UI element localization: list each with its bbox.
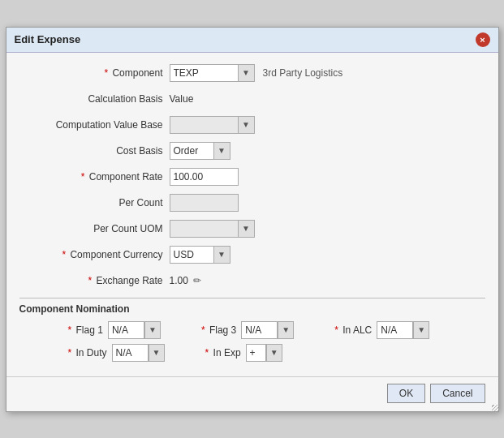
- cost-basis-input[interactable]: [170, 142, 214, 160]
- cancel-button[interactable]: Cancel: [430, 384, 485, 403]
- per-count-input: [170, 194, 239, 212]
- cost-basis-row: Cost Basis ▼: [19, 140, 485, 161]
- component-input[interactable]: [170, 64, 239, 82]
- exchange-rate-row: * Exchange Rate 1.00 ✏: [19, 270, 485, 291]
- flag1-group: * Flag 1 ▼: [68, 321, 161, 339]
- per-count-row: Per Count: [19, 192, 485, 213]
- in-alc-dropdown-btn[interactable]: ▼: [413, 321, 429, 339]
- component-row: * Component ▼ 3rd Party Logistics: [19, 62, 485, 84]
- flag3-dropdown-btn[interactable]: ▼: [278, 321, 294, 339]
- flag1-input[interactable]: [108, 321, 144, 339]
- dialog-body: * Component ▼ 3rd Party Logistics Calcul…: [6, 53, 498, 373]
- edit-expense-dialog: Edit Expense × * Component ▼ 3rd Party L…: [6, 27, 499, 412]
- cost-basis-dropdown-btn[interactable]: ▼: [214, 142, 230, 160]
- per-count-uom-dropdown-btn[interactable]: ▼: [239, 220, 255, 238]
- resize-handle[interactable]: [492, 405, 498, 411]
- computation-value-base-label: Computation Value Base: [19, 119, 170, 131]
- cost-basis-group: ▼: [170, 142, 230, 160]
- dialog-title: Edit Expense: [15, 33, 81, 45]
- flag1-label: * Flag 1: [68, 324, 103, 336]
- required-star: *: [104, 67, 108, 79]
- flags-row-2: * In Duty ▼ * In Exp ▼: [19, 344, 485, 362]
- close-button[interactable]: ×: [476, 32, 490, 47]
- cost-basis-label: Cost Basis: [19, 145, 170, 157]
- in-exp-group: * In Exp ▼: [205, 344, 282, 362]
- per-count-uom-label: Per Count UOM: [19, 223, 170, 234]
- in-duty-label: * In Duty: [68, 347, 107, 359]
- component-rate-row: * Component Rate: [19, 166, 485, 187]
- component-currency-input[interactable]: [170, 246, 214, 264]
- per-count-uom-row: Per Count UOM ▼: [19, 218, 485, 239]
- in-alc-group: * In ALC ▼: [334, 321, 429, 339]
- component-label: * Component: [19, 67, 170, 79]
- in-duty-input[interactable]: [112, 344, 149, 362]
- component-description: 3rd Party Logistics: [263, 67, 343, 79]
- dialog-footer: OK Cancel: [6, 376, 498, 411]
- section-divider: [19, 298, 485, 298]
- in-exp-dropdown-btn[interactable]: ▼: [266, 344, 282, 362]
- component-input-group: ▼: [170, 64, 255, 82]
- in-duty-group: * In Duty ▼: [68, 344, 165, 362]
- exchange-rate-value: 1.00: [170, 275, 188, 286]
- calculation-basis-value: Value: [170, 93, 194, 105]
- exchange-rate-label: * Exchange Rate: [19, 275, 170, 286]
- dialog-header: Edit Expense ×: [6, 28, 498, 53]
- in-duty-dropdown-btn[interactable]: ▼: [149, 344, 165, 362]
- computation-value-base-dropdown-btn[interactable]: ▼: [239, 116, 255, 134]
- calculation-basis-label: Calculation Basis: [19, 93, 170, 105]
- flag3-input[interactable]: [241, 321, 278, 339]
- computation-value-base-input: [170, 116, 239, 134]
- per-count-label: Per Count: [19, 197, 170, 208]
- component-dropdown-btn[interactable]: ▼: [239, 64, 255, 82]
- nomination-section-title: Component Nomination: [19, 303, 485, 315]
- in-alc-input[interactable]: [377, 321, 413, 339]
- in-exp-label: * In Exp: [205, 347, 241, 359]
- flag3-label: * Flag 3: [201, 324, 236, 336]
- flag3-group: * Flag 3 ▼: [201, 321, 294, 339]
- component-rate-input[interactable]: [170, 168, 239, 186]
- ok-button[interactable]: OK: [387, 384, 425, 403]
- component-rate-label: * Component Rate: [19, 171, 170, 182]
- component-currency-row: * Component Currency ▼: [19, 244, 485, 265]
- component-currency-group: ▼: [170, 246, 230, 264]
- computation-value-base-row: Computation Value Base ▼: [19, 114, 485, 135]
- component-currency-dropdown-btn[interactable]: ▼: [214, 246, 230, 264]
- in-exp-input[interactable]: [246, 344, 266, 362]
- flag1-dropdown-btn[interactable]: ▼: [144, 321, 161, 339]
- in-alc-label: * In ALC: [334, 324, 372, 336]
- flags-row-1: * Flag 1 ▼ * Flag 3 ▼ * In ALC: [19, 321, 485, 339]
- calculation-basis-row: Calculation Basis Value: [19, 88, 485, 110]
- computation-value-base-group: ▼: [170, 116, 255, 134]
- component-currency-label: * Component Currency: [19, 249, 170, 260]
- per-count-uom-group: ▼: [170, 220, 255, 238]
- exchange-rate-edit-icon[interactable]: ✏: [193, 275, 201, 286]
- per-count-uom-input: [170, 220, 239, 238]
